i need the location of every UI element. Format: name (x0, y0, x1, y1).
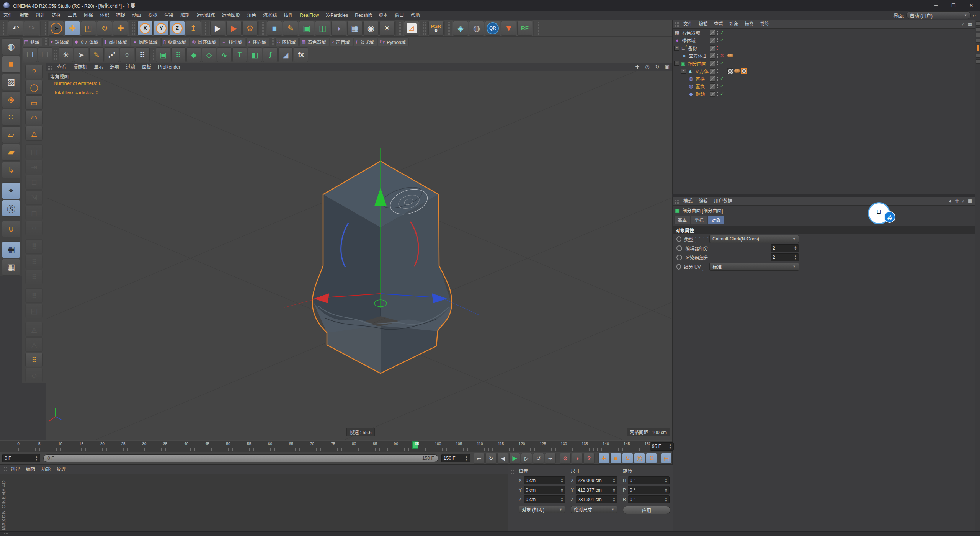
displacer-sphere-button[interactable]: ◍ (469, 21, 484, 36)
light-button[interactable]: ☀ (379, 21, 395, 36)
move-tool[interactable]: ✚ (65, 21, 80, 36)
menu-渲染[interactable]: 渲染 (161, 11, 177, 20)
spinner-icon[interactable]: ▲▼ (35, 456, 38, 461)
key-rotation-toggle[interactable]: ↻ (622, 453, 633, 464)
camera-button[interactable]: ◉ (363, 21, 379, 36)
spinner-icon[interactable]: ▲▼ (612, 497, 616, 502)
record-active-objects-button[interactable]: ⊘ (560, 453, 571, 464)
menu-X-Particles[interactable]: X-Particles (322, 11, 351, 20)
menu-标签[interactable]: 标签 (742, 20, 757, 28)
menu-网格[interactable]: 网格 (80, 11, 96, 20)
snap-3d-button[interactable]: Ⓢ (2, 200, 20, 217)
menu-创建[interactable]: 创建 (8, 465, 23, 474)
layer-icon[interactable] (710, 38, 715, 43)
sphere-field-button[interactable]: ●球体域 (48, 37, 72, 46)
range-start-field[interactable]: 0 F ▲▼ (2, 454, 40, 462)
viewport-zoom-icon[interactable]: ◎ (642, 64, 652, 70)
enabled-check-icon[interactable]: ✓ (719, 60, 725, 66)
menu-帮助[interactable]: 帮助 (407, 11, 423, 20)
spinner-icon[interactable]: ▲▼ (560, 478, 564, 483)
preview-range-slider[interactable]: 0 F 150 F (43, 454, 438, 462)
panel-grip[interactable] (675, 21, 679, 27)
range-end-field[interactable]: 150 F ▲▼ (441, 454, 470, 462)
point-value-tool[interactable]: ⠿ (25, 353, 43, 367)
modeling-tool-1[interactable]: ◫ (25, 144, 43, 159)
am-pin-icon[interactable]: ✚ (955, 198, 959, 204)
object-row[interactable]: ▨着色器域✓ (673, 29, 975, 36)
group-field-button[interactable]: ▤组域 (22, 37, 42, 46)
gravity-button[interactable]: ▼ (501, 21, 516, 36)
render-view-button[interactable]: ▶ (210, 21, 225, 36)
layer-icon[interactable] (710, 30, 715, 36)
play-button[interactable]: ▶ (509, 453, 520, 464)
menu-选项[interactable]: 选项 (106, 63, 122, 71)
apply-button[interactable]: 应用 (623, 506, 670, 514)
edges-mode-button[interactable]: ▱ (2, 126, 20, 143)
scale-tool[interactable]: ◳ (81, 21, 96, 36)
render-settings-button[interactable]: ⚙ (242, 21, 258, 36)
modeling-tool-2[interactable]: ⇥ (25, 160, 43, 174)
rotation-b-field[interactable]: 0 °▲▼ (628, 495, 670, 503)
editor-subdivision-field[interactable]: 2▲▼ (771, 244, 799, 252)
formula-field-button[interactable]: ƒ公式域 (354, 37, 377, 46)
subdivide-uv-dropdown[interactable]: 标准▼ (709, 263, 799, 271)
dock-tab-icon[interactable] (976, 39, 980, 43)
keyframe-circle-icon[interactable] (676, 236, 681, 242)
object-row[interactable]: −∟0备份 (673, 44, 975, 52)
step-effector-button[interactable]: ⋰ (105, 47, 119, 62)
python-field-button[interactable]: PyPython域 (378, 37, 409, 46)
visibility-dots[interactable] (717, 61, 718, 65)
panel-grip[interactable] (2, 533, 8, 535)
dock-tab-icon[interactable] (976, 54, 980, 58)
layer-icon[interactable] (710, 83, 715, 89)
grid-array-button[interactable]: ⠿ (135, 47, 150, 62)
previous-frame-button[interactable]: ◀ (497, 453, 508, 464)
workplane-mode-button[interactable]: ◈ (2, 91, 20, 108)
menu-显示[interactable]: 显示 (90, 63, 106, 71)
enabled-check-icon[interactable]: ✓ (719, 30, 725, 35)
current-frame-field[interactable]: 95 F ▲▼ (650, 442, 674, 451)
spinner-icon[interactable]: ▲▼ (665, 478, 668, 483)
enabled-check-icon[interactable]: ✓ (719, 91, 725, 96)
texture-mode-button[interactable]: ▨ (2, 74, 20, 90)
expander-icon[interactable]: − (674, 61, 679, 66)
voronoi-fracture-button[interactable]: ◇ (202, 47, 216, 62)
coordinate-system-button[interactable]: ↥ (186, 21, 201, 36)
menu-功能[interactable]: 功能 (38, 465, 54, 474)
capsule-field-button[interactable]: ▯胶囊体域 (161, 37, 189, 46)
minimize-button[interactable]: ─ (927, 0, 945, 11)
mospline-button[interactable]: ʃ (263, 47, 278, 62)
subdivision-surface-button[interactable]: ▣ (299, 21, 314, 36)
size-y-field[interactable]: 413.377 cm▲▼ (576, 486, 617, 494)
tab-对象[interactable]: 对象 (708, 216, 724, 224)
position-mode-dropdown[interactable]: 对象 (相对)▼ (519, 506, 565, 513)
tracer-button[interactable]: ∿ (217, 47, 232, 62)
floor-button[interactable]: ▦ (347, 21, 363, 36)
box-field-button[interactable]: ◆立方体域 (73, 37, 101, 46)
psr-button[interactable]: PSR0 (428, 21, 444, 36)
lock-y-axis-button[interactable]: Y (154, 21, 169, 36)
spinner-icon[interactable]: ▲▼ (560, 487, 564, 493)
menu-对象[interactable]: 对象 (726, 20, 742, 28)
expander-icon[interactable]: − (681, 69, 686, 74)
size-mode-dropdown[interactable]: 绝对尺寸▼ (571, 506, 617, 513)
renderer-subdivision-field[interactable]: 2▲▼ (771, 253, 799, 261)
point-tool-4[interactable]: ⠿ (25, 288, 43, 303)
goto-end-button[interactable]: ⇥ (545, 453, 556, 464)
menu-窗口[interactable]: 窗口 (391, 11, 407, 20)
rotation-p-field[interactable]: 0 °▲▼ (628, 486, 670, 494)
modeling-tool-4[interactable]: ⇲ (25, 190, 43, 205)
layer-icon[interactable] (710, 76, 715, 82)
dock-tab-icon[interactable] (976, 21, 980, 26)
material-tag-icon[interactable] (727, 53, 733, 59)
hex-points-tool[interactable]: ◇ (25, 368, 43, 382)
dock-tab-icon[interactable] (976, 27, 980, 31)
interface-dropdown[interactable]: 启动 (用户) ▼ (906, 11, 971, 19)
qr-button[interactable]: QR (485, 21, 500, 36)
autokey-button[interactable]: ◑ (572, 453, 583, 464)
menu-编辑[interactable]: 编辑 (696, 197, 711, 205)
visibility-dots[interactable] (717, 77, 718, 81)
cloner-pair-button[interactable]: ❐ (23, 47, 37, 62)
add-cube-button[interactable]: ■ (267, 21, 282, 36)
live-selection-button[interactable]: ◯ (25, 80, 43, 95)
